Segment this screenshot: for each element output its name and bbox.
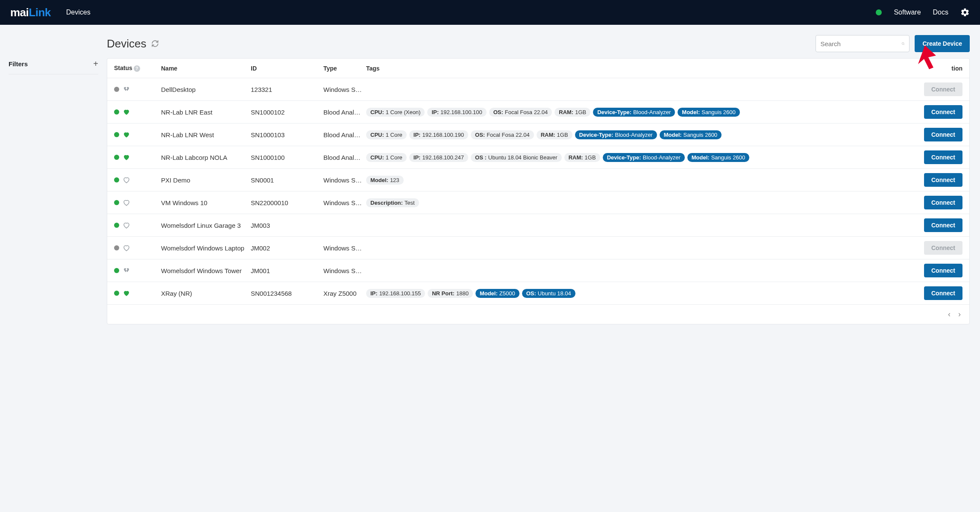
heart-icon [123, 289, 130, 297]
device-id: JM001 [251, 267, 323, 274]
tag[interactable]: Model: Sanguis 2600 [687, 153, 749, 162]
svg-line-1 [904, 44, 904, 45]
next-page-button[interactable]: › [958, 310, 961, 319]
device-type: Blood Anal… [323, 109, 366, 116]
column-id[interactable]: ID [251, 65, 323, 72]
tag[interactable]: IP: 192.168.100.247 [409, 153, 468, 162]
help-icon[interactable]: ? [134, 65, 140, 72]
status-cell [114, 131, 161, 138]
connect-button[interactable]: Connect [924, 173, 962, 187]
connect-button: Connect [924, 241, 962, 255]
tag[interactable]: RAM: 1GB [555, 108, 590, 117]
tag[interactable]: Model: 123 [366, 176, 404, 185]
connect-button: Connect [924, 82, 962, 96]
tag[interactable]: Model: Sanguis 2600 [678, 108, 739, 117]
status-cell [114, 244, 161, 252]
tags-cell: CPU: 1 Core (Xeon)IP: 192.168.100.100OS:… [366, 108, 915, 117]
tag[interactable]: NR Port: 1880 [428, 289, 473, 298]
status-dot-icon [114, 223, 119, 228]
tags-cell: Model: 123 [366, 176, 915, 185]
connect-button[interactable]: Connect [924, 196, 962, 209]
search-box[interactable] [816, 35, 910, 52]
device-name: NR-Lab Labcorp NOLA [161, 154, 251, 161]
connect-button[interactable]: Connect [924, 264, 962, 277]
devices-table: Status? Name ID Type Tags tion DellDeskt… [107, 58, 970, 324]
table-row[interactable]: PXI DemoSN0001Windows S…Model: 123Connec… [107, 169, 969, 191]
table-row[interactable]: XRay (NR)SN001234568Xray Z5000IP: 192.16… [107, 282, 969, 305]
refresh-icon[interactable] [151, 40, 159, 47]
status-cell [114, 176, 161, 184]
heart-icon [123, 267, 130, 274]
tag[interactable]: CPU: 1 Core [366, 153, 407, 162]
device-type: Windows S… [323, 86, 366, 93]
device-name: Womelsdorf Windows Laptop [161, 244, 251, 252]
connect-button[interactable]: Connect [924, 105, 962, 119]
status-dot-icon [114, 200, 119, 205]
table-row[interactable]: NR-Lab Labcorp NOLASN1000100Blood Anal…C… [107, 146, 969, 169]
tag[interactable]: RAM: 1GB [537, 130, 572, 139]
table-row[interactable]: NR-Lab LNR WestSN1000103Blood Anal…CPU: … [107, 124, 969, 146]
app-logo: maiLink [10, 6, 51, 19]
tags-cell: IP: 192.168.100.155NR Port: 1880Model: Z… [366, 289, 915, 298]
tag[interactable]: Description: Test [366, 198, 419, 207]
tag[interactable]: OS: Focal Fosa 22.04 [489, 108, 552, 117]
status-cell [114, 289, 161, 297]
tag[interactable]: OS: Ubuntu 18.04 [522, 289, 575, 298]
main-content: Devices Create Device Status? Name ID Ty… [107, 25, 980, 335]
tag[interactable]: Model: Z5000 [475, 289, 519, 298]
search-icon [901, 40, 905, 47]
table-row[interactable]: NR-Lab LNR EastSN1000102Blood Anal…CPU: … [107, 101, 969, 124]
page-title: Devices [107, 37, 146, 50]
tag[interactable]: OS: Focal Fosa 22.04 [471, 130, 534, 139]
tags-cell: CPU: 1 CoreIP: 192.168.100.247OS : Ubunt… [366, 153, 915, 162]
column-status[interactable]: Status? [114, 65, 161, 72]
nav-docs[interactable]: Docs [933, 9, 948, 16]
column-name[interactable]: Name [161, 65, 251, 72]
add-filter-icon[interactable]: + [93, 59, 98, 69]
table-row[interactable]: Womelsdorf Windows LaptopJM002Windows S…… [107, 237, 969, 259]
prev-page-button[interactable]: ‹ [948, 310, 951, 319]
connect-button[interactable]: Connect [924, 286, 962, 300]
device-name: NR-Lab LNR West [161, 131, 251, 138]
connect-button[interactable]: Connect [924, 218, 962, 232]
tag[interactable]: OS : Ubuntu 18.04 Bionic Beaver [471, 153, 562, 162]
device-id: SN1000103 [251, 131, 323, 138]
heart-icon [123, 85, 130, 93]
heart-icon [123, 199, 130, 206]
tag[interactable]: IP: 192.168.100.190 [409, 130, 468, 139]
tag[interactable]: Device-Type: Blood-Analyzer [603, 153, 685, 162]
column-tags[interactable]: Tags [366, 65, 915, 72]
search-input[interactable] [820, 40, 901, 47]
device-id: 123321 [251, 86, 323, 93]
connect-button[interactable]: Connect [924, 150, 962, 164]
annotation-arrow-icon [912, 45, 936, 69]
device-name: VM Windows 10 [161, 199, 251, 206]
tag[interactable]: Model: Sanguis 2600 [660, 130, 722, 139]
tags-cell: Description: Test [366, 198, 915, 207]
logo-text-mai: mai [10, 6, 29, 19]
connect-button[interactable]: Connect [924, 128, 962, 141]
table-row[interactable]: VM Windows 10SN22000010Windows S…Descrip… [107, 191, 969, 214]
tag[interactable]: IP: 192.168.100.100 [427, 108, 486, 117]
table-row[interactable]: Womelsdorf Linux Garage 3JM003Connect [107, 214, 969, 237]
nav-software[interactable]: Software [894, 9, 921, 16]
tag[interactable]: CPU: 1 Core (Xeon) [366, 108, 425, 117]
device-id: JM002 [251, 244, 323, 252]
filters-header[interactable]: Filters + [9, 59, 98, 74]
filters-label: Filters [9, 60, 28, 68]
settings-icon[interactable] [960, 8, 970, 17]
device-type: Windows S… [323, 177, 366, 184]
svg-marker-2 [918, 45, 936, 69]
device-type: Windows S… [323, 199, 366, 206]
tag[interactable]: RAM: 1GB [564, 153, 600, 162]
heart-icon [123, 176, 130, 184]
column-type[interactable]: Type [323, 65, 366, 72]
tag[interactable]: Device-Type: Blood-Analyzer [575, 130, 657, 139]
nav-devices[interactable]: Devices [66, 9, 91, 16]
tag[interactable]: IP: 192.168.100.155 [366, 289, 425, 298]
tag[interactable]: Device-Type: Blood-Analyzer [593, 108, 675, 117]
status-cell [114, 267, 161, 274]
table-row[interactable]: Womelsdorf Windows TowerJM001Windows S…C… [107, 259, 969, 282]
tag[interactable]: CPU: 1 Core [366, 130, 407, 139]
table-row[interactable]: DellDesktop123321Windows S…Connect [107, 78, 969, 101]
